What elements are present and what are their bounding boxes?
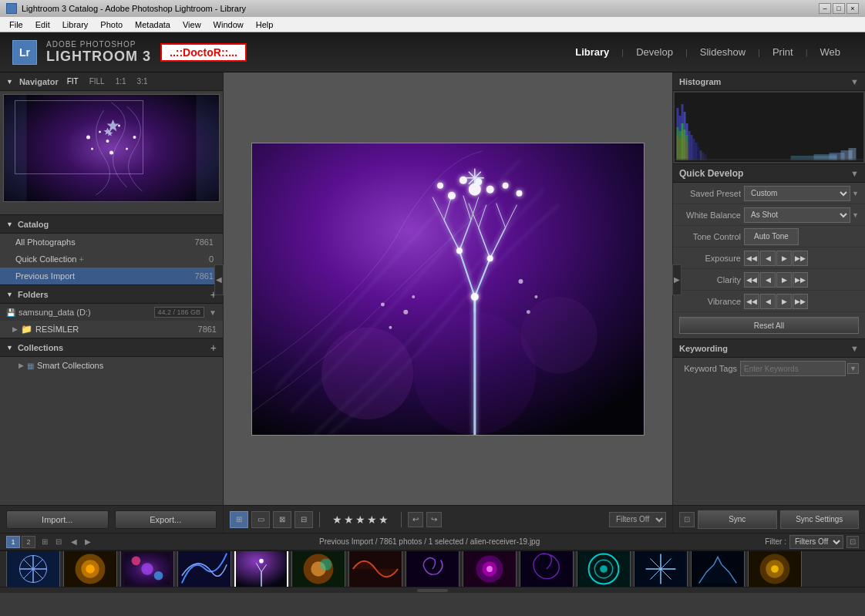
filmstrip-thumb-1[interactable]: [6, 550, 60, 587]
vibrance-dec[interactable]: ◀: [760, 294, 776, 309]
collections-add-button[interactable]: +: [210, 342, 217, 354]
star-2[interactable]: ★: [344, 513, 354, 526]
import-button[interactable]: Import...: [6, 510, 109, 529]
filmstrip-thumb-5-selected[interactable]: [234, 550, 288, 587]
keyword-tags-input[interactable]: [740, 361, 846, 376]
page-1-button[interactable]: 1: [6, 536, 20, 548]
filmstrip-thumb-10[interactable]: [520, 550, 574, 587]
grid-view-button[interactable]: ⊞: [230, 511, 248, 528]
filmstrip-thumb-8[interactable]: [406, 550, 459, 587]
catalog-quick-collection[interactable]: Quick Collection + 0: [0, 251, 223, 268]
exposure-dec-dec[interactable]: ◀◀: [744, 251, 759, 266]
filmstrip-thumb-4[interactable]: [177, 550, 231, 587]
keywording-collapse-icon[interactable]: ▼: [850, 344, 859, 353]
white-balance-select[interactable]: As Shot: [744, 207, 850, 223]
minimize-button[interactable]: –: [819, 3, 831, 14]
clarity-inc-inc[interactable]: ▶▶: [793, 272, 808, 288]
clarity-inc[interactable]: ▶: [776, 272, 792, 288]
export-button[interactable]: Export...: [115, 510, 217, 529]
filmstrip-thumb-3[interactable]: [120, 550, 174, 587]
menu-window[interactable]: Window: [207, 19, 250, 31]
sync-icon-button[interactable]: ⊡: [679, 512, 695, 527]
left-panel-collapse-arrow[interactable]: ◀: [214, 264, 224, 295]
prev-photo-button[interactable]: ◀: [68, 536, 80, 548]
catalog-previous-import[interactable]: Previous Import 7861: [0, 268, 223, 284]
nav-size-3-1[interactable]: 3:1: [135, 76, 150, 86]
nav-size-fill[interactable]: FILL: [87, 76, 107, 86]
next-photo-button[interactable]: ▶: [82, 536, 94, 548]
exposure-inc-inc[interactable]: ▶▶: [793, 251, 808, 266]
menu-help[interactable]: Help: [250, 19, 280, 31]
filmstrip-thumb-11[interactable]: [577, 550, 631, 587]
filter-select[interactable]: Filters Off: [789, 535, 843, 549]
tab-library[interactable]: Library: [563, 43, 621, 61]
nav-size-fit[interactable]: FIT: [65, 76, 81, 86]
grid-size-medium[interactable]: ⊟: [52, 536, 65, 548]
exposure-inc[interactable]: ▶: [776, 251, 792, 266]
keyword-tags-dropdown-icon[interactable]: ▼: [847, 363, 859, 374]
loupe-view-button[interactable]: ▭: [251, 511, 270, 528]
qd-collapse-icon[interactable]: ▼: [850, 169, 859, 178]
collections-header[interactable]: ▼ Collections +: [0, 338, 223, 357]
filter-dropdown[interactable]: Filters Off: [609, 512, 666, 527]
star-rating[interactable]: ★ ★ ★ ★ ★: [332, 513, 389, 526]
exposure-dec[interactable]: ◀: [760, 251, 776, 266]
menu-edit[interactable]: Edit: [29, 19, 56, 31]
page-2-button[interactable]: 2: [22, 536, 35, 548]
maximize-button[interactable]: □: [833, 3, 845, 14]
nav-size-1-1[interactable]: 1:1: [113, 76, 129, 86]
tab-web[interactable]: Web: [808, 43, 853, 61]
filmstrip-icon-button[interactable]: ⊡: [846, 536, 859, 548]
menu-library[interactable]: Library: [56, 19, 95, 31]
star-5[interactable]: ★: [379, 513, 389, 526]
right-panel-collapse-arrow[interactable]: ▶: [672, 264, 682, 295]
rotate-ccw-button[interactable]: ↩: [408, 512, 423, 527]
star-4[interactable]: ★: [367, 513, 377, 526]
vibrance-dec-dec[interactable]: ◀◀: [744, 294, 759, 309]
star-3[interactable]: ★: [355, 513, 365, 526]
sync-button[interactable]: Sync: [698, 510, 777, 529]
close-button[interactable]: ×: [846, 3, 859, 14]
survey-view-button[interactable]: ⊟: [295, 511, 313, 528]
compare-view-button[interactable]: ⊠: [273, 511, 291, 528]
filmstrip-thumb-9[interactable]: [463, 550, 517, 587]
tab-develop[interactable]: Develop: [624, 43, 685, 61]
keywording-header[interactable]: Keywording ▼: [673, 339, 865, 358]
filmstrip-thumb-6[interactable]: [291, 550, 345, 587]
filmstrip-thumb-12[interactable]: [634, 550, 688, 587]
folder-resimler[interactable]: ▶ 📁 RESİMLER 7861: [0, 321, 223, 338]
folders-header[interactable]: ▼ Folders +: [0, 285, 223, 304]
vibrance-inc-inc[interactable]: ▶▶: [793, 294, 808, 309]
catalog-all-photos[interactable]: All Photographs 7861: [0, 234, 223, 251]
histogram-collapse-icon[interactable]: ▼: [850, 77, 859, 86]
filmstrip-thumb-2[interactable]: [63, 550, 117, 587]
clarity-dec[interactable]: ◀: [760, 272, 776, 288]
tab-print[interactable]: Print: [760, 43, 806, 61]
clarity-dec-dec[interactable]: ◀◀: [744, 272, 759, 288]
sync-settings-button[interactable]: Sync Settings: [780, 510, 860, 529]
reset-all-button[interactable]: Reset All: [679, 317, 859, 334]
svg-point-29: [448, 191, 456, 199]
scroll-indicator[interactable]: [417, 589, 448, 592]
navigator-header[interactable]: ▼ Navigator FIT FILL 1:1 3:1: [0, 72, 223, 91]
filmstrip-thumb-14[interactable]: [748, 550, 802, 587]
auto-tone-button[interactable]: Auto Tone: [744, 228, 799, 245]
histogram-header[interactable]: Histogram ▼: [673, 72, 865, 91]
histogram-section: Histogram ▼: [673, 72, 865, 163]
saved-preset-select[interactable]: Custom: [744, 186, 850, 201]
grid-size-small[interactable]: ⊞: [39, 536, 51, 548]
menu-file[interactable]: File: [3, 19, 29, 31]
quick-develop-header[interactable]: Quick Develop ▼: [673, 164, 865, 183]
smart-collections-item[interactable]: ▶ ▦ Smart Collections: [0, 357, 223, 374]
vibrance-inc[interactable]: ▶: [776, 294, 792, 309]
filmstrip-thumb-13[interactable]: [691, 550, 745, 587]
menu-view[interactable]: View: [177, 19, 207, 31]
menu-metadata[interactable]: Metadata: [129, 19, 177, 31]
rotate-cw-button[interactable]: ↪: [426, 512, 442, 527]
star-1[interactable]: ★: [332, 513, 342, 526]
catalog-header[interactable]: ▼ Catalog: [0, 215, 223, 234]
filmstrip-thumb-7[interactable]: [348, 550, 402, 587]
window-controls[interactable]: – □ ×: [819, 3, 859, 14]
tab-slideshow[interactable]: Slideshow: [688, 43, 758, 61]
menu-photo[interactable]: Photo: [94, 19, 129, 31]
